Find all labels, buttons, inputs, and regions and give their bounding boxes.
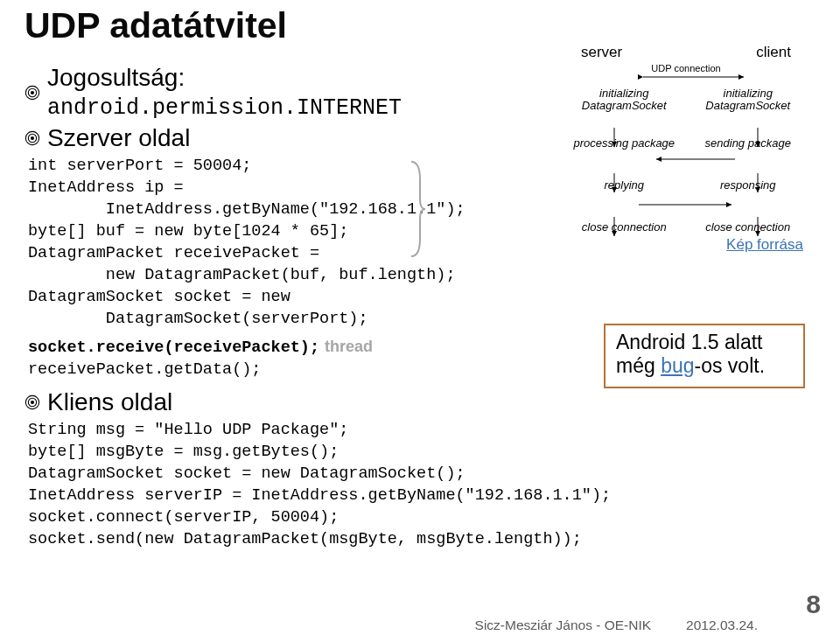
bullet-permission: Jogosultság: android.permission.INTERNET bbox=[24, 64, 514, 121]
diag-init-right: initializing DatagramSocket bbox=[690, 87, 805, 113]
diag-init-left: initializing DatagramSocket bbox=[567, 87, 682, 113]
footer-author: Sicz-Mesziár János - OE-NIK bbox=[475, 618, 652, 633]
thread-label: thread bbox=[325, 338, 373, 356]
android-line1: Android 1.5 alatt bbox=[616, 331, 793, 354]
svg-point-8 bbox=[31, 401, 34, 404]
code-server: int serverPort = 50004; InetAddress ip =… bbox=[28, 156, 514, 331]
slide-title: UDP adatátvitel bbox=[24, 5, 816, 46]
bug-link[interactable]: bug bbox=[661, 354, 694, 377]
bullet-server: Szerver oldal bbox=[24, 124, 514, 152]
diag-respons: responsing bbox=[690, 179, 805, 192]
diag-reply: replying bbox=[567, 179, 682, 192]
android-line2: még bug-os volt. bbox=[616, 354, 793, 378]
diag-close-right: close connection bbox=[690, 221, 805, 234]
bullet-icon bbox=[24, 85, 40, 101]
image-source-link[interactable]: Kép forrása bbox=[726, 236, 803, 254]
bullet-text: Jogosultság: android.permission.INTERNET bbox=[47, 64, 514, 121]
bullet-text: Szerver oldal bbox=[47, 124, 190, 152]
android-note-box: Android 1.5 alatt még bug-os volt. bbox=[604, 324, 805, 388]
diag-close-left: close connection bbox=[567, 221, 682, 234]
bullet-text: Kliens oldal bbox=[47, 388, 172, 416]
svg-point-5 bbox=[31, 136, 34, 140]
svg-point-2 bbox=[31, 90, 34, 94]
footer-date: 2012.03.24. bbox=[686, 618, 758, 633]
diag-proc: processing package bbox=[567, 137, 682, 150]
sequence-diagram: server client UDP connection i bbox=[560, 44, 812, 341]
code-client: String msg = "Hello UDP Package"; byte[]… bbox=[28, 420, 816, 551]
permission-value: android.permission.INTERNET bbox=[47, 95, 402, 121]
bullet-prefix: Jogosultság: bbox=[47, 64, 185, 91]
thread-bracket-icon bbox=[410, 160, 427, 258]
footer: Sicz-Mesziár János - OE-NIK 2012.03.24. bbox=[0, 618, 840, 633]
bullet-icon bbox=[24, 394, 40, 410]
diag-udp-label: UDP connection bbox=[560, 63, 812, 73]
code-server-receive: socket.receive(receivePacket); bbox=[28, 338, 319, 359]
code-server-getdata: receivePacket.getData(); bbox=[28, 359, 514, 381]
bullet-client: Kliens oldal bbox=[24, 388, 514, 416]
page-number: 8 bbox=[806, 590, 821, 619]
diag-send: sending package bbox=[690, 137, 805, 150]
bullet-icon bbox=[24, 130, 40, 146]
diag-server-label: server bbox=[581, 44, 622, 61]
diag-client-label: client bbox=[756, 44, 791, 61]
